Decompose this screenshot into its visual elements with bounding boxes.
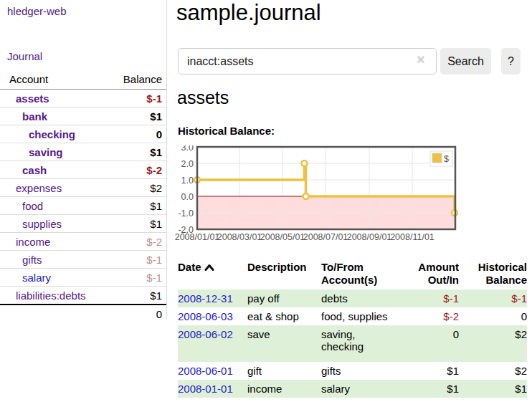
amount-column-header: Amount Out/In (393, 258, 459, 289)
description-cell: pay off (247, 289, 321, 307)
amount-cell: $1 (393, 362, 459, 380)
account-balance: $1 (110, 197, 166, 215)
account-row: gifts $-1 (0, 251, 166, 269)
amount-cell: $1 (393, 380, 459, 398)
accounts-cell: saving, checking (321, 325, 393, 362)
account-link[interactable]: liabilities:debts (16, 289, 86, 302)
svg-text:1.0: 1.0 (181, 176, 194, 186)
date-link[interactable]: 2008-01-01 (178, 383, 233, 395)
account-row: assets $-1 (0, 90, 166, 107)
account-balance: $1 (110, 143, 166, 161)
page-title: sample.journal (176, 0, 321, 26)
balance-cell: $2 (459, 325, 527, 362)
svg-text:$: $ (444, 154, 449, 164)
account-row: food $1 (0, 197, 166, 215)
account-row: saving $1 (0, 143, 166, 161)
register-row: 2008-06-03 eat & shop food, supplies $-2… (178, 307, 527, 325)
main-content: sample.journal × Search ? assets Histori… (178, 0, 532, 417)
account-link[interactable]: saving (29, 146, 63, 158)
account-row: bank $1 (0, 107, 166, 125)
balance-cell: $2 (459, 362, 527, 380)
balance-cell: $1 (459, 380, 527, 398)
account-link[interactable]: expenses (16, 182, 62, 194)
date-link[interactable]: 2008-06-02 (178, 328, 233, 340)
historical-balance-chart: 3.02.01.00.0-1.0-2.02008/01/012008/03/01… (174, 145, 461, 247)
svg-text:2008/03/01: 2008/03/01 (217, 232, 262, 242)
account-link[interactable]: food (22, 200, 43, 212)
svg-text:2008/07/01: 2008/07/01 (303, 232, 348, 242)
account-row: expenses $2 (0, 179, 166, 197)
account-link[interactable]: checking (29, 128, 75, 140)
account-row: liabilities:debts $1 (0, 287, 166, 305)
svg-text:-1.0: -1.0 (178, 208, 194, 219)
date-link[interactable]: 2008-12-31 (178, 292, 233, 305)
account-balance: $-2 (110, 161, 166, 179)
register-row: 2008-01-01 income salary $1 $1 (178, 380, 527, 398)
account-balance: $1 (110, 107, 166, 125)
account-column-header: Account (0, 71, 110, 90)
svg-text:2008/09/01: 2008/09/01 (347, 232, 392, 242)
account-row: salary $-1 (0, 269, 166, 287)
account-row: income $-2 (0, 233, 166, 251)
description-column-header: Description (247, 258, 321, 289)
balance-column-header: Historical Balance (459, 258, 527, 289)
account-heading: assets (177, 87, 229, 108)
register-row: 2008-12-31 pay off debts $-1 $-1 (178, 289, 527, 307)
chart-title: Historical Balance: (178, 125, 275, 137)
chevron-up-icon (204, 264, 214, 272)
date-link[interactable]: 2008-06-01 (178, 365, 233, 377)
account-balance: $-1 (110, 251, 166, 269)
account-balance: $-1 (110, 269, 166, 287)
balance-cell: 0 (459, 307, 527, 325)
svg-text:3.0: 3.0 (181, 145, 194, 153)
account-link[interactable]: salary (22, 272, 51, 284)
account-link[interactable]: bank (22, 110, 47, 123)
account-link[interactable]: income (16, 236, 50, 248)
description-cell: eat & shop (247, 307, 321, 325)
register-table: Date Description To/From Account(s) Amou… (178, 258, 527, 398)
register-header-row: Date Description To/From Account(s) Amou… (178, 258, 527, 289)
clear-search-icon[interactable]: × (417, 52, 425, 67)
date-column-header[interactable]: Date (178, 258, 247, 289)
account-balance: $2 (110, 179, 166, 197)
svg-text:2.0: 2.0 (181, 159, 194, 169)
account-link[interactable]: gifts (22, 254, 42, 266)
accounts-cell: debts (321, 289, 393, 307)
amount-cell: $-2 (393, 307, 459, 325)
amount-cell: $-1 (393, 289, 459, 307)
description-cell: save (247, 325, 321, 362)
account-tree-header: Account Balance (0, 71, 166, 90)
account-row: checking 0 (0, 125, 166, 143)
balance-cell: $-1 (459, 289, 527, 307)
svg-text:2008/05/01: 2008/05/01 (260, 232, 305, 242)
search-input[interactable] (178, 48, 437, 75)
svg-text:2008/11/01: 2008/11/01 (390, 232, 434, 242)
date-link[interactable]: 2008-06-03 (178, 310, 233, 322)
accounts-cell: gifts (321, 362, 393, 380)
description-cell: income (247, 380, 321, 398)
brand-link[interactable]: hledger-web (7, 5, 67, 17)
register-row: 2008-06-02 save saving, checking 0 $2 (178, 325, 527, 362)
search-button[interactable]: Search (440, 48, 491, 75)
balance-column-header: Balance (110, 71, 166, 90)
sidebar-item-journal[interactable]: Journal (7, 50, 42, 62)
account-row: cash $-2 (0, 161, 166, 179)
amount-cell: 0 (393, 325, 459, 362)
svg-text:2008/01/01: 2008/01/01 (175, 232, 220, 242)
account-tree-table: Account Balance assets $-1 bank $1 check… (0, 71, 166, 322)
total-balance: 0 (110, 305, 166, 322)
account-link[interactable]: assets (16, 92, 49, 105)
account-balance: $1 (110, 215, 166, 233)
svg-text:0.0: 0.0 (181, 192, 194, 202)
account-total-row: 0 (0, 305, 166, 322)
account-balance: 0 (110, 125, 166, 143)
account-row: supplies $1 (0, 215, 166, 233)
help-button[interactable]: ? (501, 48, 521, 75)
sidebar: hledger-web Journal Account Balance asse… (0, 0, 167, 320)
accounts-cell: food, supplies (321, 307, 393, 325)
account-link[interactable]: cash (22, 164, 47, 176)
account-balance: $-1 (110, 90, 166, 107)
account-link[interactable]: supplies (22, 218, 62, 230)
account-balance: $1 (110, 287, 166, 305)
accounts-cell: salary (321, 380, 393, 398)
